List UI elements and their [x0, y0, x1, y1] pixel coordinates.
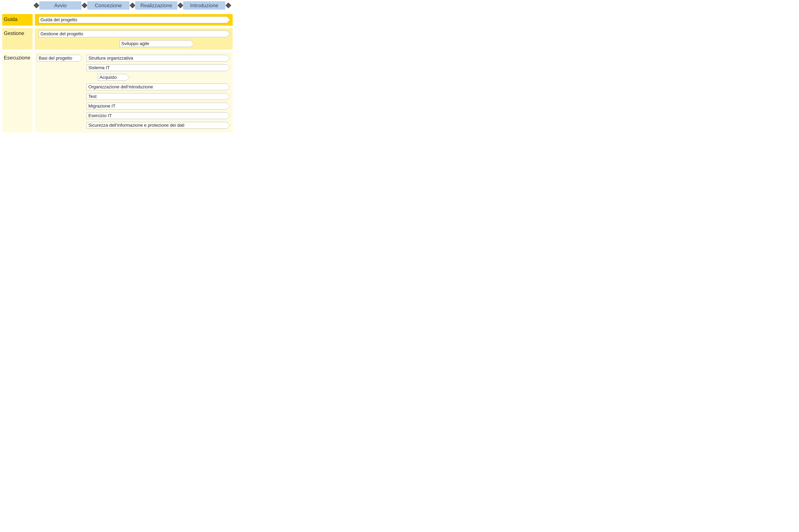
- bar-sistema-it: Sistema IT: [87, 64, 227, 71]
- bar-test: Test: [87, 93, 227, 100]
- bar-struttura-organizzativa: Struttura organizzativa: [87, 55, 227, 61]
- bar-acquisto: Acquisto: [98, 74, 126, 81]
- row-label-esecuzione: Esecuzione: [2, 55, 33, 61]
- phase-concezione: Concezione: [87, 1, 130, 10]
- milestone-diamond-icon: [177, 3, 184, 8]
- band-esecuzione-label: [2, 52, 33, 133]
- milestone-diamond-icon: [82, 3, 88, 8]
- milestone-diamond-icon: [130, 3, 135, 8]
- bar-gestione-del-progetto: Gestione del progetto: [39, 31, 227, 37]
- phase-header: Avvio Concezione Realizzazione Introduzi…: [0, 1, 235, 10]
- bar-organizzazione-introduzione: Organizzazione dell’introduzione: [87, 83, 227, 90]
- bar-guida-del-progetto: Guida del progetto: [39, 16, 227, 23]
- milestone-diamond-icon: [34, 3, 39, 8]
- bar-basi-del-progetto: Basi del progetto: [37, 55, 79, 61]
- row-label-gestione: Gestione: [2, 30, 33, 36]
- phase-introduzione: Introduzione: [183, 1, 225, 10]
- bar-migrazione-it: Migrazione IT: [87, 103, 227, 110]
- bar-sicurezza: Sicurezza dell’informazione e protezione…: [87, 122, 227, 129]
- band-esecuzione-body: [35, 52, 233, 133]
- phase-realizzazione: Realizzazione: [135, 1, 177, 10]
- bar-esercizio-it: Esercizio IT: [87, 112, 227, 119]
- row-label-guida: Guida: [2, 16, 33, 22]
- diagram-canvas: Avvio Concezione Realizzazione Introduzi…: [0, 0, 235, 133]
- milestone-diamond-icon: [226, 3, 231, 8]
- bar-sviluppo-agile: Sviluppo agile: [119, 40, 191, 47]
- phase-avvio: Avvio: [39, 1, 81, 10]
